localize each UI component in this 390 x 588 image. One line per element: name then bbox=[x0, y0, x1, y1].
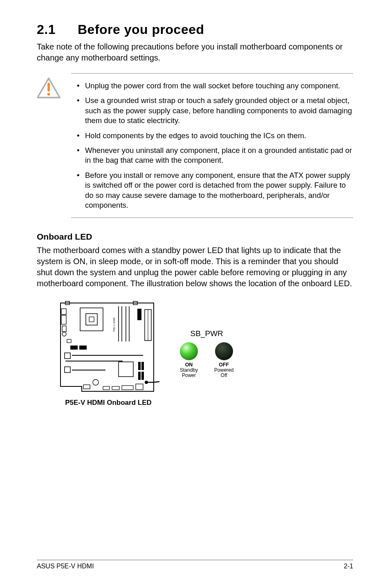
svg-rect-26 bbox=[65, 367, 70, 373]
led-off-label: OFF bbox=[219, 362, 229, 368]
caution-item: Whenever you uninstall any component, pl… bbox=[71, 143, 353, 168]
svg-rect-36 bbox=[112, 386, 119, 390]
caution-item: Unplug the power cord from the wall sock… bbox=[71, 79, 353, 93]
svg-point-39 bbox=[145, 381, 148, 384]
led-off-item: OFF Powered Off bbox=[214, 342, 233, 379]
caution-item: Hold components by the edges to avoid to… bbox=[71, 128, 353, 143]
led-off-icon bbox=[215, 342, 233, 360]
footer-page-number: 2-1 bbox=[344, 563, 353, 570]
page: 2.1Before you proceed Take note of the f… bbox=[0, 0, 390, 588]
led-off-sub1: Powered bbox=[214, 367, 233, 373]
led-off-subtext: Powered Off bbox=[214, 368, 233, 379]
svg-rect-5 bbox=[80, 308, 103, 331]
led-on-sub2: Power bbox=[182, 373, 196, 378]
svg-rect-7 bbox=[89, 317, 94, 322]
page-footer: ASUS P5E-V HDMI 2-1 bbox=[37, 560, 353, 570]
caution-list: Unplug the power cord from the wall sock… bbox=[71, 73, 353, 218]
section-title: Before you proceed bbox=[78, 22, 204, 37]
svg-rect-23 bbox=[65, 353, 70, 359]
onboard-led-heading: Onboard LED bbox=[37, 232, 353, 242]
led-on-subtext: Standby Power bbox=[180, 368, 198, 379]
board-caption: P5E-V HDMI Onboard LED bbox=[57, 399, 159, 407]
svg-rect-32 bbox=[141, 372, 144, 380]
onboard-led-paragraph: The motherboard comes with a standby pow… bbox=[37, 245, 353, 289]
svg-point-34 bbox=[93, 379, 99, 385]
section-heading: 2.1Before you proceed bbox=[37, 22, 353, 37]
svg-point-2 bbox=[47, 93, 50, 96]
led-legend: SB_PWR ON Standby Power OFF Powered Off bbox=[180, 329, 233, 379]
svg-rect-9 bbox=[61, 315, 66, 324]
caution-icon bbox=[37, 77, 61, 100]
caution-item: Use a grounded wrist strap or touch a sa… bbox=[71, 93, 353, 128]
led-on-label: ON bbox=[185, 362, 193, 368]
svg-rect-33 bbox=[83, 385, 90, 389]
led-off-sub2: Off bbox=[221, 373, 227, 378]
svg-rect-37 bbox=[122, 386, 133, 390]
svg-point-11 bbox=[62, 332, 66, 336]
svg-rect-22 bbox=[79, 346, 87, 350]
svg-rect-35 bbox=[103, 386, 110, 390]
svg-rect-28 bbox=[119, 362, 133, 377]
led-diagram: P5E-V HDMI bbox=[57, 301, 353, 407]
led-on-item: ON Standby Power bbox=[180, 342, 198, 379]
led-on-icon bbox=[180, 342, 198, 360]
caution-item: Before you install or remove any compone… bbox=[71, 168, 353, 213]
caution-block: Unplug the power cord from the wall sock… bbox=[37, 73, 353, 218]
footer-left: ASUS P5E-V HDMI bbox=[37, 563, 94, 570]
led-on-sub1: Standby bbox=[180, 367, 198, 373]
svg-rect-6 bbox=[86, 314, 97, 325]
svg-rect-10 bbox=[62, 326, 66, 332]
svg-rect-21 bbox=[70, 346, 78, 350]
svg-rect-38 bbox=[136, 384, 143, 390]
led-header-label: SB_PWR bbox=[191, 329, 223, 338]
section-number: 2.1 bbox=[37, 22, 78, 37]
svg-rect-30 bbox=[141, 362, 144, 370]
svg-rect-29 bbox=[138, 362, 141, 370]
svg-rect-12 bbox=[67, 339, 71, 343]
svg-rect-31 bbox=[138, 372, 141, 380]
svg-rect-1 bbox=[47, 83, 49, 92]
svg-text:P5E-V HDMI: P5E-V HDMI bbox=[113, 318, 115, 332]
svg-rect-8 bbox=[61, 309, 66, 314]
motherboard-illustration: P5E-V HDMI bbox=[57, 301, 159, 407]
svg-rect-17 bbox=[137, 309, 141, 320]
intro-paragraph: Take note of the following precautions b… bbox=[37, 41, 353, 63]
